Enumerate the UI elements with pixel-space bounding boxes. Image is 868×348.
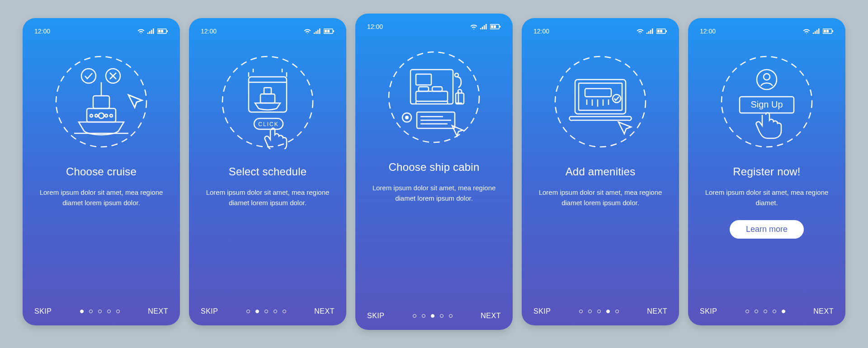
page-dot[interactable] bbox=[431, 314, 434, 318]
wifi-icon bbox=[137, 28, 145, 34]
page-dot[interactable] bbox=[597, 310, 601, 313]
onboarding-nav: SKIP NEXT bbox=[533, 307, 667, 315]
ticket-icon bbox=[417, 112, 455, 128]
illustration-add-amenities bbox=[533, 50, 667, 154]
svg-point-13 bbox=[90, 114, 93, 117]
onboarding-screen-1: 12:00 bbox=[23, 18, 180, 325]
next-button[interactable]: NEXT bbox=[314, 307, 335, 315]
page-dot[interactable] bbox=[606, 310, 610, 313]
svg-point-49 bbox=[455, 73, 458, 77]
page-dot[interactable] bbox=[745, 310, 749, 313]
status-icons bbox=[470, 24, 501, 29]
status-time: 12:00 bbox=[367, 23, 383, 30]
onboarding-nav: SKIP NEXT bbox=[367, 312, 501, 320]
page-dot[interactable] bbox=[588, 310, 592, 313]
luggage-icon bbox=[456, 89, 464, 104]
svg-rect-20 bbox=[314, 33, 315, 34]
page-dot[interactable] bbox=[440, 314, 443, 318]
skip-button[interactable]: SKIP bbox=[201, 307, 218, 315]
page-dot[interactable] bbox=[255, 310, 259, 313]
battery-icon bbox=[490, 24, 501, 29]
svg-rect-56 bbox=[646, 33, 648, 34]
page-dot[interactable] bbox=[107, 310, 111, 313]
status-bar: 12:00 bbox=[700, 26, 834, 36]
screen-description: Lorem ipsum dolor sit amet, mea regione … bbox=[367, 183, 501, 204]
svg-rect-75 bbox=[815, 31, 816, 34]
page-dot[interactable] bbox=[264, 310, 268, 313]
page-dot[interactable] bbox=[116, 310, 120, 313]
page-dot[interactable] bbox=[422, 314, 425, 318]
svg-rect-44 bbox=[416, 91, 448, 101]
svg-rect-67 bbox=[585, 89, 611, 97]
status-time: 12:00 bbox=[533, 28, 549, 35]
svg-rect-27 bbox=[333, 30, 334, 32]
wifi-icon bbox=[637, 28, 644, 34]
page-dot[interactable] bbox=[773, 310, 776, 313]
svg-rect-5 bbox=[158, 30, 160, 33]
next-button[interactable]: NEXT bbox=[647, 307, 667, 315]
illustration-choose-cruise bbox=[34, 50, 168, 154]
skip-button[interactable]: SKIP bbox=[533, 307, 551, 315]
svg-rect-62 bbox=[660, 30, 662, 33]
page-dot[interactable] bbox=[80, 310, 84, 313]
wifi-icon bbox=[304, 28, 311, 34]
sign-up-button-icon: Sign Up bbox=[740, 97, 794, 113]
next-button[interactable]: NEXT bbox=[813, 307, 834, 315]
page-dot[interactable] bbox=[755, 310, 758, 313]
svg-rect-9 bbox=[87, 108, 116, 122]
page-dot[interactable] bbox=[89, 310, 93, 313]
click-label: CLICK bbox=[258, 121, 278, 127]
page-dot[interactable] bbox=[615, 310, 619, 313]
next-button[interactable]: NEXT bbox=[481, 312, 501, 320]
svg-rect-22 bbox=[317, 30, 319, 34]
svg-rect-33 bbox=[480, 28, 481, 29]
screen-title: Select schedule bbox=[201, 165, 335, 178]
ship-icon bbox=[74, 82, 128, 135]
svg-point-28 bbox=[222, 56, 313, 147]
svg-rect-30 bbox=[260, 94, 275, 103]
page-indicator bbox=[246, 310, 286, 313]
hand-pointer-icon bbox=[265, 128, 287, 150]
page-dot[interactable] bbox=[246, 310, 250, 313]
status-icons bbox=[803, 28, 834, 34]
svg-rect-34 bbox=[482, 27, 483, 29]
svg-rect-43 bbox=[416, 74, 431, 85]
svg-rect-7 bbox=[167, 30, 168, 32]
page-dot[interactable] bbox=[283, 310, 286, 313]
page-dot[interactable] bbox=[449, 314, 453, 318]
page-indicator bbox=[579, 310, 619, 313]
screen-title: Choose cruise bbox=[34, 165, 168, 178]
click-button-icon: CLICK bbox=[254, 118, 283, 129]
svg-rect-2 bbox=[151, 30, 152, 34]
svg-rect-74 bbox=[813, 33, 814, 34]
svg-point-84 bbox=[764, 74, 770, 80]
svg-rect-0 bbox=[147, 33, 149, 34]
cabin-room-icon bbox=[410, 70, 453, 104]
skip-button[interactable]: SKIP bbox=[700, 307, 717, 315]
page-dot[interactable] bbox=[764, 310, 767, 313]
onboarding-screen-5: 12:00 Sign Up bbox=[688, 18, 845, 325]
onboarding-screen-2: 12:00 CLICK bbox=[189, 18, 346, 325]
screen-title: Register now! bbox=[700, 165, 834, 178]
next-button[interactable]: NEXT bbox=[148, 307, 168, 315]
page-dot[interactable] bbox=[274, 310, 277, 313]
svg-rect-63 bbox=[666, 30, 667, 32]
svg-rect-1 bbox=[149, 31, 151, 34]
learn-more-button[interactable]: Learn more bbox=[730, 220, 804, 239]
onboarding-screens-row: 12:00 bbox=[23, 18, 845, 330]
x-circle-icon bbox=[106, 69, 120, 83]
svg-rect-6 bbox=[161, 30, 163, 33]
page-dot[interactable] bbox=[413, 314, 416, 318]
page-dot[interactable] bbox=[782, 310, 785, 313]
check-circle-icon bbox=[81, 69, 96, 83]
skip-button[interactable]: SKIP bbox=[34, 307, 52, 315]
illustration-register: Sign Up bbox=[700, 50, 834, 154]
ac-unit-icon bbox=[585, 89, 611, 107]
skip-button[interactable]: SKIP bbox=[367, 312, 384, 320]
page-dot[interactable] bbox=[98, 310, 102, 313]
svg-rect-57 bbox=[648, 31, 650, 34]
status-icons bbox=[304, 28, 335, 34]
cursor-icon bbox=[128, 95, 142, 108]
svg-rect-31 bbox=[264, 88, 271, 94]
page-dot[interactable] bbox=[579, 310, 583, 313]
